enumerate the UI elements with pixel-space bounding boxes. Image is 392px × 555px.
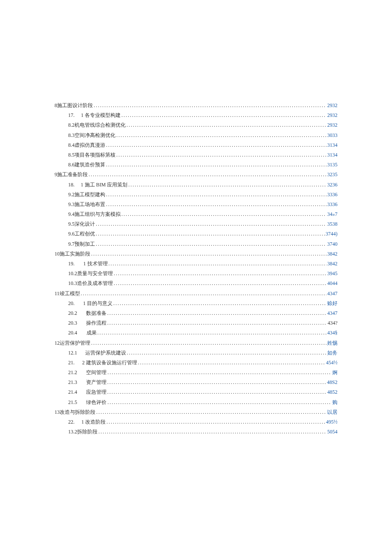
toc-dot-leader [96, 240, 326, 248]
toc-entry-page[interactable]: 3744) [326, 230, 337, 238]
toc-entry: 20.2数据准备 4347 [55, 309, 337, 317]
toc-entry-page[interactable]: 以居 [327, 408, 337, 416]
toc-entry-number: 10 [55, 250, 60, 258]
toc-dot-leader [116, 151, 326, 159]
toc-entry: 19.1 技术管理 3842 [55, 260, 337, 268]
toc-entry-title: 运营保护系统建设 [85, 349, 126, 357]
toc-entry-title: 空间净高检测优化 [75, 131, 115, 139]
toc-dot-leader [121, 111, 326, 119]
toc-entry-number: 9.4 [68, 210, 75, 218]
toc-dot-leader [107, 319, 327, 327]
toc-entry-page[interactable]: 34»7 [327, 210, 337, 218]
toc-entry-page[interactable]: 3235 [327, 171, 337, 179]
toc-entry-title: 深化设计 [75, 220, 95, 228]
toc-entry-page[interactable]: 3842 [327, 260, 337, 268]
toc-entry-page[interactable]: 495½ [326, 418, 337, 426]
toc-entry-number: 13.2 [68, 428, 77, 436]
toc-dot-leader [106, 141, 326, 149]
toc-entry-page[interactable]: 5054 [327, 428, 337, 436]
toc-entry-number: 11 [55, 290, 60, 298]
toc-dot-leader [106, 191, 326, 199]
toc-dot-leader [116, 131, 326, 139]
toc-entry-number: 20.3 [68, 319, 77, 327]
toc-entry-title: 1 施工 BIM 应用策划 [81, 181, 128, 189]
toc-entry-page[interactable]: 3033 [327, 131, 337, 139]
toc-entry-page[interactable]: 如务 [327, 349, 337, 357]
toc-entry: 9.7 预制加工 3740 [55, 240, 337, 248]
toc-entry: 9.2 施工模型建构 3336 [55, 191, 337, 199]
toc-entry-title: 改造与拆除阶段 [60, 408, 95, 416]
toc-entry-page[interactable]: 3740 [327, 240, 337, 248]
toc-dot-leader [127, 121, 326, 129]
toc-entry-page[interactable]: 3945 [327, 270, 337, 278]
toc-entry: 10.3 造价及成本管理 4044 [55, 279, 337, 288]
toc-entry-number: 12.1 [68, 349, 77, 357]
toc-entry: 21.5绿色评价 购 [55, 398, 337, 407]
toc-entry-page[interactable]: 454½ [326, 359, 337, 367]
toc-entry-page[interactable]: 4347 [327, 290, 337, 298]
toc-dot-leader [94, 102, 326, 110]
toc-entry-page[interactable]: 2932 [327, 111, 337, 119]
toc-entry-title: 空间管理 [86, 369, 107, 377]
toc-entry-title: 造价及成本管理 [77, 279, 113, 288]
toc-entry-title: 数据准备 [86, 309, 107, 317]
toc-entry-number: 21.4 [68, 388, 77, 396]
toc-entry-page[interactable]: 姓惕 [327, 339, 337, 347]
toc-dot-leader [91, 339, 326, 347]
toc-entry: 20.3操作流程 434? [55, 319, 337, 327]
toc-entry-page[interactable]: 4347 [327, 309, 337, 317]
toc-entry-title: 施工模型建构 [75, 191, 105, 199]
toc-entry: 8 施工图设计阶段 2932 [55, 102, 337, 110]
toc-entry: 9.5 深化设计 3538 [55, 220, 337, 228]
toc-entry: 20.1 目的与意义 赊好 [55, 299, 337, 308]
toc-entry-page[interactable]: 434§ [327, 329, 337, 337]
toc-entry-page[interactable]: 3538 [327, 220, 337, 228]
toc-dot-leader [127, 349, 326, 357]
toc-dot-leader [113, 299, 326, 308]
toc-entry-page[interactable]: 3336 [327, 191, 337, 199]
toc-entry-title: 预制加工 [75, 240, 95, 248]
toc-entry-title: 施工图设计阶段 [57, 102, 93, 110]
toc-entry: 9.6 工程创优3744) [55, 230, 337, 238]
toc-entry-page[interactable]: 3134 [327, 151, 337, 159]
toc-entry-page[interactable]: 赊好 [327, 299, 337, 308]
toc-entry-number: 9.5 [68, 220, 75, 228]
toc-entry: 8.2 机电管线综合检测优化 2932 [55, 121, 337, 129]
toc-entry: 13.2 拆除阶段 5054 [55, 428, 337, 436]
toc-entry-title: 1 各专业模型构建 [81, 111, 121, 119]
toc-entry-title: 施工场地布置 [75, 200, 105, 209]
toc-entry: 8.5 项目各项指标第核 3134 [55, 151, 337, 159]
toc-entry: 13 改造与拆除阶段 以居 [55, 408, 337, 416]
toc-entry: 10 施工实施阶段 3842 [55, 250, 337, 258]
toc-entry-page[interactable]: 4852 [327, 388, 337, 396]
toc-entry-number: 21. [68, 359, 75, 367]
toc-entry-page[interactable]: 2932 [327, 121, 337, 129]
toc-entry-number: 9.7 [68, 240, 75, 248]
toc-entry: 17.1 各专业模型构建2932 [55, 111, 337, 119]
toc-entry-page[interactable]: 48S2 [327, 378, 337, 386]
toc-entry-page[interactable]: 3134 [327, 141, 337, 149]
toc-entry-page[interactable]: 3236 [327, 181, 337, 189]
toc-entry-page[interactable]: 婀 [332, 369, 337, 377]
toc-entry-number: 10.2 [68, 270, 77, 278]
toc-entry-number: 9.2 [68, 191, 75, 199]
toc-entry: 12 运营保护管理 姓惕 [55, 339, 337, 347]
toc-entry-page[interactable]: 4044 [327, 279, 337, 288]
toc-dot-leader [107, 369, 331, 377]
toc-entry-page: 434? [328, 319, 337, 327]
toc-entry-page[interactable]: 3336 [327, 200, 337, 209]
toc-entry-title: 施工准备阶段 [57, 171, 88, 179]
toc-entry-page[interactable]: 购 [332, 398, 337, 407]
toc-entry-number: 21.5 [68, 398, 77, 407]
toc-entry-number: 20.2 [68, 309, 77, 317]
toc-entry-page[interactable]: 2932 [327, 102, 337, 110]
toc-entry-page[interactable]: 3842 [327, 250, 337, 258]
toc-entry-title: 质量与安全管理 [77, 270, 113, 278]
toc-dot-leader [114, 279, 326, 288]
toc-dot-leader [96, 408, 326, 416]
toc-entry-number: 17. [68, 111, 75, 119]
toc-entry-number: 12 [55, 339, 60, 347]
toc-entry: 21.4应急管理 4852 [55, 388, 337, 396]
toc-entry: 8.6 建筑造价预算 3135 [55, 161, 337, 169]
toc-entry-page[interactable]: 3135 [327, 161, 337, 169]
